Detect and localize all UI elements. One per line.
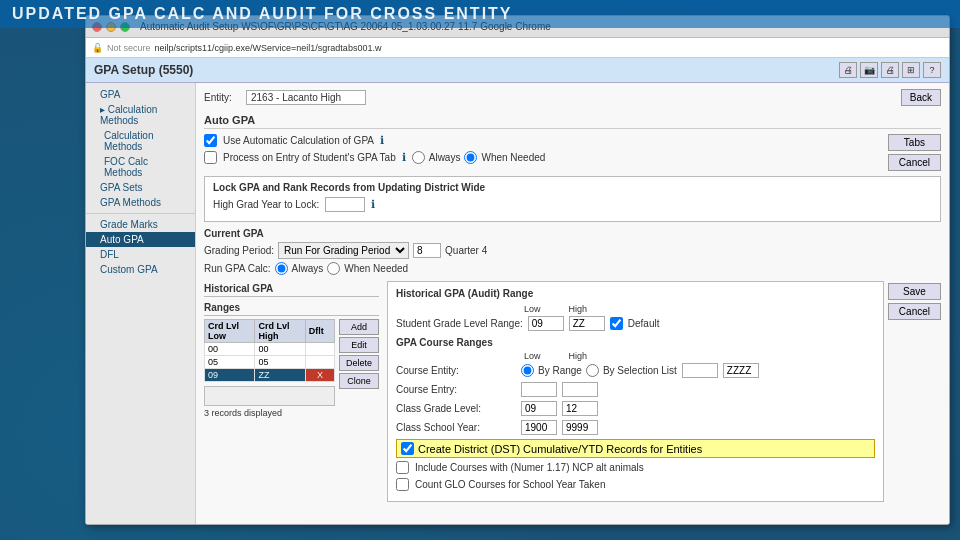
course-entity-high-input[interactable] xyxy=(723,363,759,378)
sidebar-calc-label: ▸ Calculation Methods xyxy=(100,104,157,126)
clone-range-btn[interactable]: Clone xyxy=(339,373,379,389)
grading-period-num[interactable] xyxy=(413,243,441,258)
run-always-radio[interactable] xyxy=(275,262,288,275)
ranges-btn-col: Add Edit Delete Clone xyxy=(339,319,379,389)
always-label: Always xyxy=(429,152,461,163)
main-panel: Entity: 2163 - Lacanto High Back Auto GP… xyxy=(196,83,949,524)
print-btn[interactable]: 🖨 xyxy=(839,62,857,78)
sidebar-divider xyxy=(86,213,195,214)
create-district-checkbox[interactable] xyxy=(401,442,414,455)
by-sel-label: By Selection List xyxy=(603,365,677,376)
include-courses-checkbox[interactable] xyxy=(396,461,409,474)
class-school-year-low-input[interactable] xyxy=(521,420,557,435)
add-range-btn[interactable]: Add xyxy=(339,319,379,335)
tabs-button[interactable]: Tabs xyxy=(888,134,941,151)
sidebar-item-custom-gpa[interactable]: Custom GPA xyxy=(86,262,195,277)
help-btn[interactable]: ? xyxy=(923,62,941,78)
sidebar-item-foc-calc[interactable]: FOC Calc Methods xyxy=(86,154,195,180)
sidebar-item-calc-methods-sub[interactable]: Calculation Methods xyxy=(86,128,195,154)
include-courses-label: Include Courses with (Numer 1.17) NCP al… xyxy=(415,462,644,473)
grading-period-label: Grading Period: xyxy=(204,245,274,256)
course-entry-high-input[interactable] xyxy=(562,382,598,397)
audit-action-buttons: Save Cancel xyxy=(888,281,941,502)
default-checkbox[interactable] xyxy=(610,317,623,330)
count-glo-checkbox[interactable] xyxy=(396,478,409,491)
process-entry-checkbox[interactable] xyxy=(204,151,217,164)
class-school-year-high-input[interactable] xyxy=(562,420,598,435)
print2-btn[interactable]: 🖨 xyxy=(881,62,899,78)
not-secure-label: Not secure xyxy=(107,43,151,53)
class-school-year-label: Class School Year: xyxy=(396,422,516,433)
course-entry-low-input[interactable] xyxy=(521,382,557,397)
course-entity-radio-group: By Range By Selection List xyxy=(521,364,677,377)
browser-addressbar: 🔓 Not secure neilp/scripts11/cgiip.exe/W… xyxy=(86,38,949,58)
audit-save-btn[interactable]: Save xyxy=(888,283,941,300)
sidebar-item-gpa[interactable]: GPA xyxy=(86,87,195,102)
grid-btn[interactable]: ⊞ xyxy=(902,62,920,78)
col-crd-high: Crd LvlHigh xyxy=(255,320,305,343)
student-grade-low-input[interactable] xyxy=(528,316,564,331)
sidebar-item-gpa-methods[interactable]: GPA Methods xyxy=(86,195,195,210)
info-icon2: ℹ xyxy=(402,151,406,164)
course-high-header: High xyxy=(569,351,588,361)
delete-range-btn[interactable]: Delete xyxy=(339,355,379,371)
not-secure-icon: 🔓 xyxy=(92,43,103,53)
scroll-area[interactable] xyxy=(204,386,335,406)
course-entity-row: Course Entity: By Range By Selection Lis… xyxy=(396,363,875,378)
create-district-label: Create District (DST) Cumulative/YTD Rec… xyxy=(418,443,702,455)
sidebar-item-gpa-sets[interactable]: GPA Sets xyxy=(86,180,195,195)
edit-range-btn[interactable]: Edit xyxy=(339,337,379,353)
audit-title: Historical GPA (Audit) Range xyxy=(396,288,875,299)
class-grade-level-row: Class Grade Level: xyxy=(396,401,875,416)
info-icon3: ℹ xyxy=(371,198,375,211)
when-needed-radio[interactable] xyxy=(464,151,477,164)
class-grade-low-input[interactable] xyxy=(521,401,557,416)
app-header: GPA Setup (5550) 🖨 📷 🖨 ⊞ ? xyxy=(86,58,949,83)
lock-gpa-title: Lock GPA and Rank Records from Updating … xyxy=(213,182,932,193)
student-grade-level-label: Student Grade Level Range: xyxy=(396,318,523,329)
course-ranges-title: GPA Course Ranges xyxy=(396,337,875,348)
course-entity-low-input[interactable] xyxy=(682,363,718,378)
browser-window: Automatic Audit Setup WS\OF\GR\PS\CF\GT\… xyxy=(85,15,950,525)
grading-period-select[interactable]: Run For Grading Period xyxy=(278,242,409,259)
audit-cancel-btn[interactable]: Cancel xyxy=(888,303,941,320)
sidebar-item-calculation-methods[interactable]: ▸ Calculation Methods xyxy=(86,102,195,128)
records-label: 3 records displayed xyxy=(204,408,335,418)
ranges-panel: Historical GPA Ranges Crd LvlLow Crd Lvl… xyxy=(204,281,379,502)
camera-btn[interactable]: 📷 xyxy=(860,62,878,78)
high-grad-year-input[interactable]: 0020 xyxy=(325,197,365,212)
run-gpa-radio-group: Always When Needed xyxy=(275,262,409,275)
low-col-header: Low xyxy=(524,304,541,314)
audit-panel: Historical GPA (Audit) Range Low High St… xyxy=(387,281,884,502)
course-entry-row: Course Entry: xyxy=(396,382,875,397)
student-grade-high-input[interactable] xyxy=(569,316,605,331)
sidebar-gpa-label: GPA xyxy=(100,89,120,100)
use-auto-calc-row: Use Automatic Calculation of GPA ℹ xyxy=(204,134,880,147)
sidebar-item-grade-marks[interactable]: Grade Marks xyxy=(86,217,195,232)
auto-gpa-cancel-button[interactable]: Cancel xyxy=(888,154,941,171)
sidebar: GPA ▸ Calculation Methods Calculation Me… xyxy=(86,83,196,524)
sidebar-item-dfl[interactable]: DFL xyxy=(86,247,195,262)
app-title: GPA Setup (5550) xyxy=(94,63,193,77)
banner-text: UPDATED GPA CALC AND AUDIT FOR CROSS ENT… xyxy=(12,5,513,23)
table-row-selected[interactable]: 09 ZZ X xyxy=(205,369,335,382)
historical-gpa-title: Historical GPA xyxy=(204,281,379,297)
by-sel-radio[interactable] xyxy=(586,364,599,377)
table-row[interactable]: 05 05 xyxy=(205,356,335,369)
use-auto-calc-checkbox[interactable] xyxy=(204,134,217,147)
current-gpa-label: Current GPA xyxy=(204,228,941,239)
back-button[interactable]: Back xyxy=(901,89,941,106)
class-grade-high-input[interactable] xyxy=(562,401,598,416)
delete-row-btn[interactable]: X xyxy=(305,369,334,382)
sidebar-item-auto-gpa[interactable]: Auto GPA xyxy=(86,232,195,247)
entity-value: 2163 - Lacanto High xyxy=(246,90,366,105)
run-when-needed-radio[interactable] xyxy=(327,262,340,275)
top-banner: UPDATED GPA CALC AND AUDIT FOR CROSS ENT… xyxy=(0,0,960,28)
table-row[interactable]: 00 00 xyxy=(205,343,335,356)
by-range-radio[interactable] xyxy=(521,364,534,377)
high-col-header: High xyxy=(569,304,588,314)
app-body: GPA ▸ Calculation Methods Calculation Me… xyxy=(86,83,949,524)
entity-row: Entity: 2163 - Lacanto High Back xyxy=(204,89,941,106)
always-radio[interactable] xyxy=(412,151,425,164)
class-school-year-row: Class School Year: xyxy=(396,420,875,435)
